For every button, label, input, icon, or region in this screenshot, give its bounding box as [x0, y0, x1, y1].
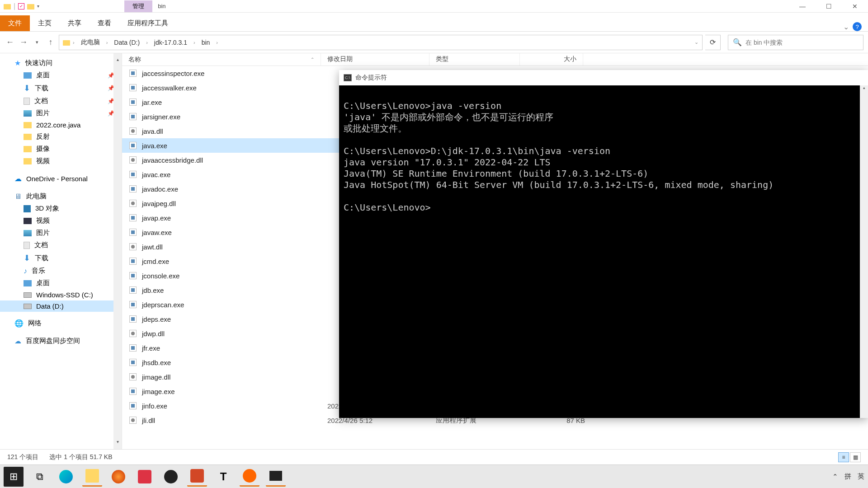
col-name[interactable]: 名称⌃: [122, 53, 321, 66]
file-name: jimage.exe: [142, 388, 327, 395]
cmd-window[interactable]: C:\ 命令提示符 C:\Users\Lenovo>java -version …: [339, 70, 868, 418]
start-button[interactable]: ⊞: [4, 467, 24, 487]
chevron-right-icon[interactable]: ›: [215, 40, 219, 45]
sidebar-pictures2[interactable]: 图片: [0, 227, 122, 239]
file-name: jhsdb.exe: [142, 359, 327, 366]
sidebar-desktop[interactable]: 桌面📌: [0, 69, 122, 81]
download-icon: ⬇: [24, 253, 30, 263]
taskbar-explorer[interactable]: [82, 467, 102, 487]
col-size[interactable]: 大小: [520, 53, 583, 66]
crumb-drive[interactable]: Data (D:): [110, 38, 143, 47]
view-details-button[interactable]: ≡: [838, 452, 849, 462]
taskbar-audio[interactable]: [240, 467, 259, 487]
sidebar-baidu[interactable]: ☁百度网盘同步空间: [0, 335, 122, 347]
forward-button[interactable]: →: [18, 37, 29, 48]
col-type[interactable]: 类型: [429, 53, 520, 66]
taskbar-firefox[interactable]: [108, 467, 128, 487]
taskview-button[interactable]: ⧉: [30, 467, 50, 487]
chevron-right-icon[interactable]: ›: [105, 40, 109, 45]
crumb-pc[interactable]: 此电脑: [77, 38, 104, 47]
sidebar-downloads[interactable]: ⬇下载📌: [0, 81, 122, 95]
tab-share[interactable]: 共享: [60, 15, 90, 31]
tray-ime1[interactable]: 拼: [844, 472, 851, 481]
scroll-up-icon[interactable]: ▴: [114, 57, 121, 63]
sidebar-folder-reflect[interactable]: 反射: [0, 131, 122, 143]
maximize-button[interactable]: ☐: [816, 0, 842, 13]
sidebar-videos[interactable]: 视频: [0, 215, 122, 227]
sidebar-ddrive[interactable]: Data (D:): [0, 300, 122, 312]
view-icons-button[interactable]: ▦: [850, 452, 861, 462]
sidebar-folder-video[interactable]: 视频: [0, 155, 122, 167]
recent-dropdown[interactable]: ▾: [32, 37, 42, 48]
address-dropdown-icon[interactable]: ⌄: [694, 39, 698, 45]
chevron-right-icon[interactable]: ›: [145, 40, 149, 45]
tab-file[interactable]: 文件: [0, 15, 30, 31]
label: 百度网盘同步空间: [26, 337, 80, 345]
pictures-icon: [24, 110, 32, 117]
cmd-icon: [269, 471, 282, 481]
folder-icon: [63, 40, 70, 46]
sidebar-documents[interactable]: 文档📌: [0, 95, 122, 107]
qat-dropdown-icon[interactable]: ▾: [37, 4, 39, 9]
cmd-icon: C:\: [344, 74, 352, 81]
chevron-right-icon[interactable]: ›: [72, 40, 75, 45]
context-tab-manage[interactable]: 管理: [124, 0, 152, 12]
nav-pane: ★快速访问 桌面📌 ⬇下载📌 文档📌 图片📌 2022.core.java 反射…: [0, 53, 122, 449]
taskbar: ⊞ ⧉ T ⌃ 拼 英: [0, 465, 868, 488]
taskbar-obs[interactable]: [161, 467, 181, 487]
cmd-titlebar[interactable]: C:\ 命令提示符: [339, 70, 868, 85]
sidebar-music[interactable]: ♪音乐: [0, 265, 122, 277]
up-button[interactable]: ↑: [45, 37, 56, 48]
address-bar[interactable]: › 此电脑 › Data (D:) › jdk-17.0.3.1 › bin ›…: [59, 35, 703, 50]
file-name: jinfo.exe: [142, 402, 327, 410]
tab-view[interactable]: 查看: [90, 15, 119, 31]
sidebar-folder-camera[interactable]: 摄像: [0, 143, 122, 155]
sidebar-quick-access[interactable]: ★快速访问: [0, 57, 122, 69]
crumb-jdk[interactable]: jdk-17.0.3.1: [151, 38, 191, 47]
scroll-down-icon[interactable]: ▾: [114, 439, 121, 446]
exe-icon: [128, 184, 137, 193]
3d-icon: [24, 205, 31, 212]
item-count: 121 个项目: [7, 453, 38, 461]
sidebar-network[interactable]: 🌐网络: [0, 317, 122, 329]
sidebar-documents2[interactable]: 文档: [0, 239, 122, 251]
music-icon: ♪: [24, 267, 27, 275]
sidebar-folder-core[interactable]: 2022.core.java: [0, 119, 122, 131]
sidebar-cdrive[interactable]: Windows-SSD (C:): [0, 289, 122, 300]
sidebar-pictures[interactable]: 图片📌: [0, 107, 122, 119]
taskbar-office[interactable]: [135, 467, 155, 487]
taskbar-edge[interactable]: [56, 467, 76, 487]
sidebar-this-pc[interactable]: 🖥此电脑: [0, 190, 122, 202]
sidebar-downloads2[interactable]: ⬇下载: [0, 251, 122, 265]
sidebar-desktop2[interactable]: 桌面: [0, 277, 122, 289]
tab-apptools[interactable]: 应用程序工具: [119, 15, 176, 31]
download-icon: ⬇: [24, 83, 30, 93]
taskbar-powerpoint[interactable]: [187, 467, 207, 487]
tab-home[interactable]: 主页: [30, 15, 60, 31]
taskbar-text[interactable]: T: [213, 467, 233, 487]
label: 快速访问: [25, 59, 52, 67]
cmd-scrollbar[interactable]: [860, 85, 868, 418]
crumb-bin[interactable]: bin: [198, 38, 214, 47]
refresh-button[interactable]: ⟳: [705, 35, 721, 50]
ribbon-collapse-icon[interactable]: ⌄: [843, 23, 849, 31]
col-date[interactable]: 修改日期: [321, 53, 429, 66]
search-box[interactable]: 🔍: [728, 35, 863, 50]
back-button[interactable]: ←: [5, 37, 15, 48]
help-icon[interactable]: ?: [853, 22, 862, 31]
taskbar-cmd[interactable]: [266, 467, 286, 487]
file-name: jfr.exe: [142, 344, 327, 352]
checkbox-icon[interactable]: ✓: [18, 3, 24, 9]
minimize-button[interactable]: —: [789, 0, 816, 13]
exe-icon: [128, 401, 137, 410]
file-name: jdeps.exe: [142, 315, 327, 323]
sidebar-scrollbar[interactable]: ▴ ▾: [113, 53, 122, 449]
close-button[interactable]: ✕: [842, 0, 868, 13]
sidebar-onedrive[interactable]: ☁OneDrive - Personal: [0, 173, 122, 185]
tray-chevron-icon[interactable]: ⌃: [832, 473, 838, 481]
sidebar-3dobjects[interactable]: 3D 对象: [0, 202, 122, 215]
search-input[interactable]: [745, 39, 859, 46]
chevron-right-icon[interactable]: ›: [193, 40, 196, 45]
cmd-output[interactable]: C:\Users\Lenovo>java -version 'java' 不是内…: [339, 85, 868, 217]
tray-ime2[interactable]: 英: [858, 472, 864, 481]
